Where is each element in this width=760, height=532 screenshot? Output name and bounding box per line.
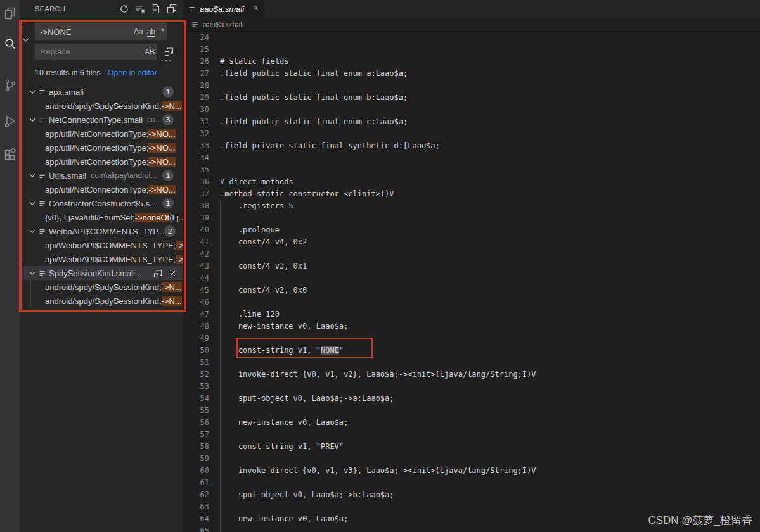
search-result-match[interactable]: android/spdy/SpdySessionKind;->N... [20, 280, 183, 294]
chevron-down-icon[interactable] [28, 171, 38, 180]
search-result-file[interactable]: Utils.smalicom\alipay\androi...1 [20, 168, 183, 182]
result-match-text: app/util/NetConnectionType;->NO... [45, 157, 176, 167]
line-number: 25 [183, 44, 209, 56]
result-count-badge: 1 [162, 198, 174, 209]
line-number: 48 [183, 320, 209, 332]
activity-bar [0, 0, 20, 532]
search-result-match[interactable]: android/spdy/SpdySessionKind;->N... [20, 99, 183, 113]
line-number: 55 [183, 405, 209, 417]
code-text: const/4 v3, 0x1 [209, 260, 307, 272]
file-icon [38, 88, 49, 96]
results-summary-text: 10 results in 6 files - [35, 68, 105, 77]
tab-aao-a-smali[interactable]: aao$a.smali [183, 0, 265, 18]
search-result-match[interactable]: app/util/NetConnectionType;->NO... [20, 141, 183, 155]
open-in-editor-icon[interactable] [166, 3, 177, 15]
editor-line: 53 [183, 381, 760, 393]
regex-toggle[interactable]: .* [159, 27, 164, 36]
line-number: 37 [183, 188, 209, 200]
breadcrumb[interactable]: aao$a.smali [183, 18, 760, 32]
code-text: .method static constructor <clinit>()V [209, 188, 394, 200]
editor-line: 31.field public static final enum c:Laao… [183, 116, 760, 128]
line-number: 59 [183, 453, 209, 465]
source-control-icon[interactable] [2, 77, 18, 94]
line-number: 65 [183, 525, 209, 532]
chevron-down-icon[interactable] [28, 199, 38, 208]
editor-line: 26# static fields [183, 56, 760, 68]
new-search-editor-icon[interactable] [150, 3, 162, 15]
code-area[interactable]: 242526# static fields27.field public sta… [183, 32, 760, 532]
line-number: 47 [183, 308, 209, 320]
result-count-badge: 1 [162, 170, 174, 181]
code-text: invoke-direct {v0, v1, v3}, Laao$a;-><in… [209, 465, 536, 477]
code-text [209, 357, 220, 369]
preserve-case-toggle[interactable]: AB [145, 48, 155, 56]
match-highlight: ->NO... [148, 185, 175, 194]
run-debug-icon[interactable] [2, 113, 18, 129]
line-number: 44 [183, 272, 209, 284]
extensions-icon[interactable] [2, 147, 18, 163]
editor-line: 48 new-instance v0, Laao$a; [183, 320, 760, 332]
search-result-file[interactable]: ConstructorConstructor$5.s...1 [20, 196, 183, 210]
code-text: .field public static final enum c:Laao$a… [209, 116, 408, 128]
search-result-file[interactable]: apx.smali1 [20, 85, 183, 99]
search-result-file[interactable]: WeiboAPI$COMMENTS_TYP...2 [20, 224, 183, 238]
line-number: 62 [183, 489, 209, 501]
editor-line: 28 [183, 80, 760, 92]
match-highlight: ->... [176, 255, 183, 264]
match-case-toggle[interactable]: Aa [134, 27, 143, 36]
editor-line: 42 [183, 248, 760, 260]
explorer-icon[interactable] [2, 5, 18, 22]
line-number: 53 [183, 381, 209, 393]
refresh-icon[interactable] [119, 3, 130, 15]
line-number: 26 [183, 56, 209, 68]
toggle-replace-chevron-icon[interactable] [21, 35, 31, 45]
chevron-down-icon[interactable] [28, 115, 38, 124]
replace-input[interactable] [35, 47, 143, 56]
search-icon[interactable] [2, 36, 18, 53]
whole-word-toggle[interactable]: ab [147, 27, 155, 37]
code-text [209, 525, 220, 532]
editor-line: 58 const-string v1, "PREV" [183, 441, 760, 453]
clear-results-icon[interactable] [134, 3, 146, 15]
line-number: 32 [183, 128, 209, 140]
line-number: 31 [183, 116, 209, 128]
search-result-match[interactable]: api/WeiboAPI$COMMENTS_TYPE;->... [20, 238, 183, 252]
search-result-match[interactable]: android/spdy/SpdySessionKind;->N... [20, 294, 183, 308]
search-result-file[interactable]: SpdySessionKind.smali... [20, 266, 183, 280]
match-highlight: ->N... [162, 101, 182, 111]
line-number: 52 [183, 369, 209, 381]
code-text: const-string v1, "NONE" [209, 345, 344, 357]
line-number: 50 [183, 345, 209, 357]
editor-line: 46 [183, 296, 760, 308]
panel-header-actions [119, 3, 177, 15]
code-text: const-string v1, "PREV" [209, 441, 344, 453]
line-number: 42 [183, 248, 209, 260]
search-result-file[interactable]: NetConnectionType.smalico...3 [20, 113, 183, 127]
code-text: invoke-direct {v0, v1, v2}, Laao$a;-><in… [209, 369, 536, 381]
chevron-down-icon[interactable] [28, 87, 38, 96]
editor-line: 57 [183, 429, 760, 441]
search-result-match[interactable]: app/util/NetConnectionType;->NO... [20, 155, 183, 168]
dismiss-icon[interactable] [167, 268, 177, 278]
editor-group: aao$a.smali aao$a.smali 242526# static f… [183, 0, 760, 532]
line-number: 27 [183, 68, 209, 80]
chevron-down-icon[interactable] [28, 269, 38, 277]
result-count-badge: 2 [164, 225, 176, 237]
file-icon [38, 200, 49, 208]
open-in-editor-link[interactable]: Open in editor [108, 68, 158, 77]
search-input[interactable] [35, 27, 132, 37]
search-result-match[interactable]: app/util/NetConnectionType;->NO... [20, 182, 183, 196]
code-text [209, 405, 220, 417]
tree-indent-guide [30, 294, 31, 308]
match-highlight: ->... [176, 241, 183, 250]
editor-line: 50 const-string v1, "NONE" [183, 345, 760, 357]
close-icon[interactable] [252, 3, 260, 15]
search-result-match[interactable]: api/WeiboAPI$COMMENTS_TYPE;->... [20, 252, 183, 266]
search-result-match[interactable]: app/util/NetConnectionType;->NO... [20, 127, 183, 141]
replace-all-icon[interactable] [153, 268, 163, 278]
more-actions-icon[interactable]: ··· [160, 56, 172, 66]
editor-line: 27.field public static final enum a:Laao… [183, 68, 760, 80]
search-result-match[interactable]: {v0}, Ljava/util/EnumSet;->noneOf(Lj... [20, 210, 183, 224]
chevron-down-icon[interactable] [28, 227, 38, 236]
result-file-name: SpdySessionKind.smali... [49, 269, 142, 278]
